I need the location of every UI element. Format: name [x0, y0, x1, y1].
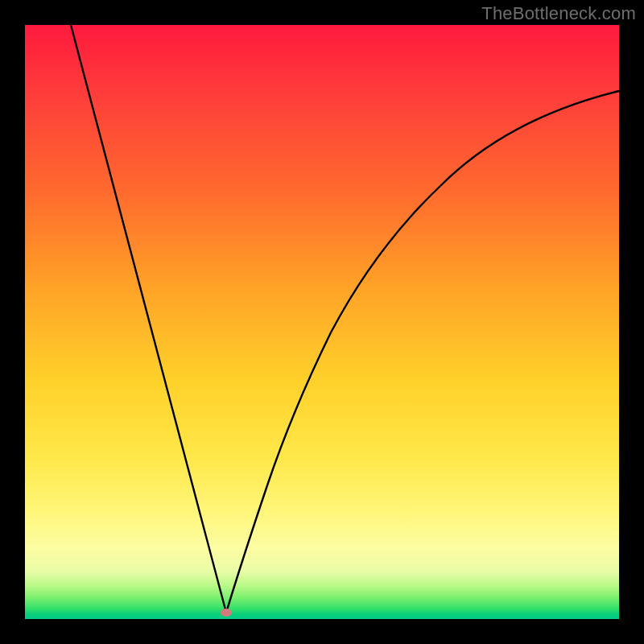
curve-right-seg-2: [267, 332, 331, 485]
bottleneck-curve: [25, 25, 619, 619]
curve-right-seg-3: [331, 186, 440, 332]
curve-left-branch: [71, 25, 226, 613]
plot-area: [25, 25, 619, 619]
minimum-marker: [221, 609, 232, 617]
curve-right-seg-1: [226, 485, 267, 613]
curve-right-seg-4: [440, 91, 619, 186]
chart-frame: TheBottleneck.com: [0, 0, 644, 644]
watermark-text: TheBottleneck.com: [481, 3, 636, 24]
